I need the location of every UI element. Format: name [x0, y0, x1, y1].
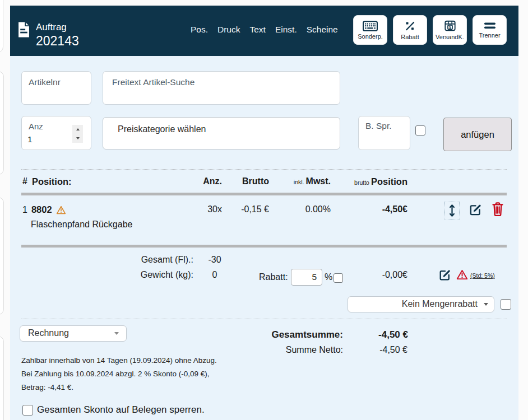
doc-type-title: Auftrag: [36, 22, 67, 33]
bottles-value: -30: [201, 255, 229, 265]
versandkosten-button-label: VersandK.: [436, 34, 464, 40]
move-row-button[interactable]: [444, 202, 460, 220]
row-mwst: 0.00%: [277, 204, 331, 214]
edit-icon: [438, 276, 452, 284]
preiskategorie-select-value: Preiskategorie wählen: [118, 124, 206, 134]
separator-dotted: [21, 169, 507, 170]
preiskategorie-select[interactable]: Preiskategorie wählen: [103, 117, 340, 150]
nav-scheine[interactable]: Scheine: [307, 25, 338, 35]
rabatt-unit: %: [325, 272, 332, 282]
header-nav: Pos. Druck Text Einst. Scheine: [191, 25, 338, 35]
left-panel-card-edge: [0, 0, 3, 53]
rabatt-input[interactable]: [291, 269, 322, 286]
nav-pos[interactable]: Pos.: [191, 25, 208, 35]
row-qty: 30x: [188, 204, 222, 214]
payment-line: Bei Zahlung bis 10.09.2024 abzgl. 2 % Sk…: [21, 367, 217, 381]
col-header-total: bruttoPosition: [351, 176, 407, 187]
bspr-checkbox[interactable]: [415, 125, 425, 136]
row-description: Flaschenpfand Rückgabe: [31, 220, 132, 230]
anzahl-input[interactable]: [27, 134, 61, 144]
doc-number: 202143: [36, 34, 79, 49]
left-panel-card-edge: [0, 197, 4, 315]
col-header-qty: Anz.: [188, 176, 222, 186]
mengenrabatt-select-value: Kein Mengenrabatt: [402, 299, 478, 309]
gesamtsumme-label: Gesamtsumme:: [259, 329, 343, 340]
netto-label: Summe Netto:: [259, 345, 343, 355]
rabatt-label: Rabatt:: [259, 272, 288, 282]
weight-value: 0: [201, 270, 229, 280]
gesamtsumme-value: -4,50 €: [353, 329, 408, 340]
caret-up-icon: [76, 128, 80, 130]
warning-red-icon: [456, 269, 468, 280]
rabatt-button-label: Rabatt: [401, 34, 419, 40]
anzahl-field: Anz: [21, 116, 91, 150]
edit-icon: [468, 211, 483, 219]
payment-line: Zahlbar innerhalb von 14 Tagen (19.09.20…: [21, 354, 217, 367]
weight-label: Gewicht (kg):: [109, 270, 193, 280]
col-header-num: #: [22, 176, 27, 186]
payment-line: Betrag: -4,41 €.: [21, 381, 217, 394]
caret-down-icon: [114, 332, 119, 335]
stepper-up-button[interactable]: [72, 125, 83, 134]
separator-dotted: [21, 319, 507, 319]
rabatt-button[interactable]: Rabatt: [393, 15, 427, 45]
payment-terms: Zahlbar innerhalb von 14 Tagen (19.09.20…: [21, 354, 217, 394]
stepper-down-button[interactable]: [72, 134, 83, 143]
sonderpreis-button[interactable]: Sonderp.: [353, 15, 387, 45]
artikelnr-input[interactable]: [21, 71, 91, 105]
col-header-brutto: Brutto: [228, 176, 269, 186]
nav-druck[interactable]: Druck: [217, 25, 240, 35]
doc-type-select-value: Rechnung: [28, 328, 69, 338]
nav-einst[interactable]: Einst.: [275, 25, 297, 35]
document-icon: [17, 21, 30, 38]
rabatt-amount: -0,00€: [353, 270, 407, 280]
anfuegen-button[interactable]: anfügen: [443, 118, 512, 151]
row-number: 1: [22, 205, 27, 215]
row-unit-price: -0,15 €: [228, 204, 269, 214]
row-total: -4,50€: [351, 204, 407, 214]
header-toolbar: Sonderp. Rabatt $: [353, 15, 507, 45]
separator-bar: [21, 193, 507, 195]
col-header-mwst: inkl.Mwst.: [277, 176, 331, 186]
row-artikelnr: 8802: [31, 204, 52, 215]
svg-text:$: $: [449, 25, 451, 30]
left-panel-card-edge: [0, 71, 4, 175]
bspr-input[interactable]: [358, 116, 410, 150]
keyboard-icon: [363, 21, 378, 31]
mengenrabatt-checkbox[interactable]: [501, 299, 511, 310]
trenner-button-label: Trenner: [479, 32, 500, 39]
bottles-label: Gesamt (Fl).:: [109, 255, 193, 265]
order-page: Auftrag 202143 Pos. Druck Text Einst. Sc…: [0, 0, 528, 420]
col-header-mwst-prefix: inkl.: [294, 179, 304, 185]
delete-row-button[interactable]: [491, 202, 504, 217]
caret-down-icon: [76, 137, 80, 139]
trash-icon: [491, 210, 504, 218]
equals-icon: [483, 21, 497, 30]
anzahl-stepper: [72, 125, 83, 143]
skonto-sperren-checkbox[interactable]: [22, 405, 33, 416]
separator-bar: [21, 245, 507, 248]
left-panel-card-edge: [0, 336, 4, 420]
arrows-up-down-icon: [448, 211, 456, 220]
package-dollar-icon: $: [444, 20, 456, 32]
table-row-item: 1 8802: [22, 204, 66, 215]
mengenrabatt-select[interactable]: Kein Mengenrabatt: [348, 296, 494, 312]
rabatt-std-link[interactable]: (Std: 5%): [470, 272, 495, 279]
sonderpreis-button-label: Sonderp.: [358, 33, 383, 40]
warning-icon: [56, 206, 66, 214]
rabatt-checkbox[interactable]: [334, 273, 343, 283]
anzahl-label: Anz: [29, 122, 43, 131]
versandkosten-button[interactable]: $ VersandK.: [433, 15, 467, 45]
nav-text[interactable]: Text: [250, 25, 266, 35]
col-header-total-prefix: brutto: [354, 179, 369, 186]
percent-icon: [404, 20, 416, 32]
trenner-button[interactable]: Trenner: [473, 15, 507, 45]
freitext-suche-input[interactable]: [103, 71, 340, 105]
doc-type-select[interactable]: Rechnung: [20, 325, 127, 342]
col-header-position: Position:: [32, 176, 72, 187]
edit-row-button[interactable]: [468, 203, 483, 217]
skonto-sperren-label: Gesamten Skonto auf Belegen sperren.: [37, 404, 205, 416]
edit-rabatt-button[interactable]: [438, 268, 452, 282]
netto-value: -4,50 €: [353, 345, 407, 355]
caret-down-icon: [484, 303, 488, 306]
